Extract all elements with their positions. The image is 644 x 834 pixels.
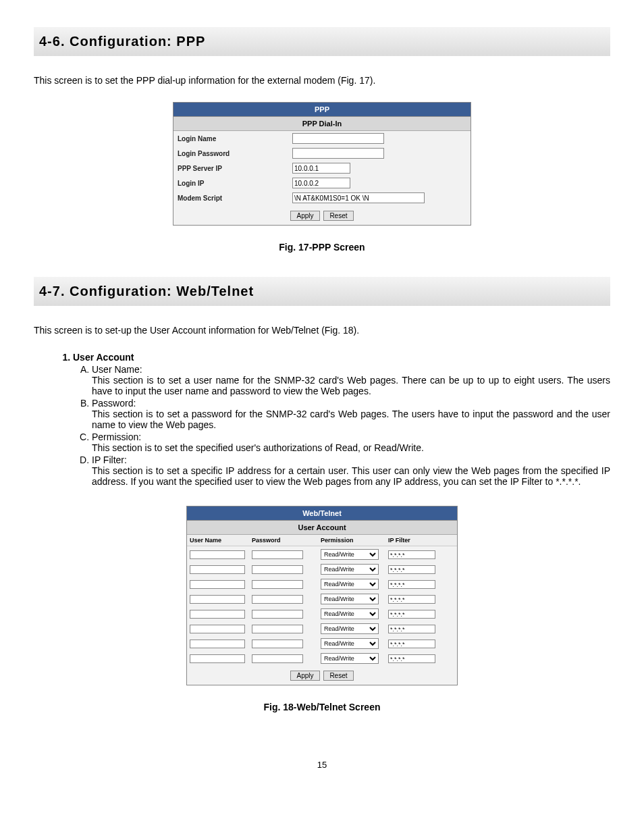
item-permission-label: Permission:	[92, 432, 141, 442]
ppp-reset-button[interactable]: Reset	[323, 211, 353, 221]
row-permission-select[interactable]: Read/Write	[321, 579, 379, 590]
row-user-input[interactable]	[190, 640, 245, 648]
row-user-input[interactable]	[190, 595, 245, 604]
label-login-name: Login Name	[178, 135, 292, 142]
item-ip-filter-label: IP Filter:	[92, 454, 127, 465]
item-permission: Permission: This section is to set the s…	[92, 432, 610, 453]
row-password-input[interactable]	[252, 625, 303, 633]
label-modem-script: Modem Script	[178, 194, 292, 202]
row-password-input[interactable]	[252, 640, 303, 648]
row-ipfilter-input[interactable]	[388, 550, 435, 559]
table-row: Read/Write	[187, 606, 457, 621]
row-ipfilter-input[interactable]	[388, 580, 435, 589]
col-permission: Permission	[321, 537, 388, 544]
row-permission-select[interactable]: Read/Write	[321, 638, 379, 649]
webtelnet-apply-button[interactable]: Apply	[290, 671, 319, 681]
webtelnet-panel: Web/Telnet User Account User Name Passwo…	[186, 506, 458, 685]
row-user-input[interactable]	[190, 580, 245, 589]
row-password-input[interactable]	[252, 565, 303, 574]
ppp-panel-title: PPP	[173, 103, 471, 117]
user-account-list: User Account User Name: This section is …	[34, 352, 610, 487]
table-row: Read/Write	[187, 561, 457, 576]
table-row: Read/Write	[187, 621, 457, 635]
input-modem-script[interactable]	[292, 192, 425, 203]
label-login-password: Login Password	[178, 150, 292, 157]
item-password-label: Password:	[92, 398, 136, 409]
item-password: Password: This section is to set a passw…	[92, 398, 610, 430]
row-user-input[interactable]	[190, 550, 245, 559]
ppp-panel-subtitle: PPP Dial-In	[173, 117, 471, 131]
item-ip-filter: IP Filter: This section is to set a spec…	[92, 454, 610, 487]
item-user-name-body: This section is to set a user name for t…	[92, 375, 610, 396]
webtelnet-panel-buttons: Apply Reset	[187, 665, 457, 685]
item-password-body: This section is to set a password for th…	[92, 409, 610, 430]
col-user-name: User Name	[190, 537, 252, 544]
fig-17-caption: Fig. 17-PPP Screen	[34, 242, 610, 253]
input-login-password[interactable]	[292, 148, 384, 159]
col-password: Password	[252, 537, 321, 544]
row-password-input[interactable]	[252, 610, 303, 619]
webtelnet-table-head: User Name Password Permission IP Filter	[187, 535, 457, 546]
list-head-user-account: User Account	[73, 352, 134, 363]
section-4-6-heading: 4-6. Configuration: PPP	[34, 27, 610, 56]
section-4-7-intro: This screen is to set-up the User Accoun…	[34, 325, 610, 336]
row-user-input[interactable]	[190, 565, 245, 574]
row-ipfilter-input[interactable]	[388, 654, 435, 663]
page-number: 15	[34, 760, 610, 770]
row-login-password: Login Password	[173, 146, 471, 161]
table-row: Read/Write	[187, 576, 457, 591]
input-ppp-server-ip[interactable]	[292, 163, 350, 174]
webtelnet-reset-button[interactable]: Reset	[323, 671, 353, 681]
ppp-panel: PPP PPP Dial-In Login Name Login Passwor…	[173, 102, 471, 226]
item-user-name: User Name: This section is to set a user…	[92, 364, 610, 396]
row-login-ip: Login IP	[173, 176, 471, 190]
row-user-input[interactable]	[190, 654, 245, 663]
row-permission-select[interactable]: Read/Write	[321, 564, 379, 575]
row-permission-select[interactable]: Read/Write	[321, 623, 379, 634]
item-user-name-label: User Name:	[92, 364, 142, 375]
ppp-apply-button[interactable]: Apply	[290, 211, 319, 221]
col-ip-filter: IP Filter	[388, 537, 449, 544]
label-login-ip: Login IP	[178, 180, 292, 187]
row-permission-select[interactable]: Read/Write	[321, 549, 379, 560]
row-password-input[interactable]	[252, 550, 303, 559]
input-login-name[interactable]	[292, 133, 384, 144]
row-permission-select[interactable]: Read/Write	[321, 594, 379, 604]
row-user-input[interactable]	[190, 625, 245, 633]
row-permission-select[interactable]: Read/Write	[321, 608, 379, 619]
row-password-input[interactable]	[252, 580, 303, 589]
row-ipfilter-input[interactable]	[388, 625, 435, 633]
row-permission-select[interactable]: Read/Write	[321, 653, 379, 664]
row-ipfilter-input[interactable]	[388, 595, 435, 604]
table-row: Read/Write	[187, 635, 457, 650]
table-row: Read/Write	[187, 650, 457, 665]
section-4-7-heading: 4-7. Configuration: Web/Telnet	[34, 277, 610, 306]
table-row: Read/Write	[187, 591, 457, 606]
item-ip-filter-body: This section is to set a specific IP add…	[92, 465, 610, 487]
row-ipfilter-input[interactable]	[388, 565, 435, 574]
row-ppp-server-ip: PPP Server IP	[173, 161, 471, 176]
table-row: Read/Write	[187, 546, 457, 561]
row-login-name: Login Name	[173, 131, 471, 146]
row-modem-script: Modem Script	[173, 190, 471, 205]
fig-18-caption: Fig. 18-Web/Telnet Screen	[34, 702, 610, 712]
item-permission-body: This section is to set the specified use…	[92, 442, 610, 453]
ppp-panel-buttons: Apply Reset	[173, 205, 471, 225]
webtelnet-panel-title: Web/Telnet	[187, 506, 457, 521]
row-password-input[interactable]	[252, 654, 303, 663]
row-user-input[interactable]	[190, 610, 245, 619]
section-4-6-intro: This screen is to set the PPP dial-up in…	[34, 75, 610, 86]
row-password-input[interactable]	[252, 595, 303, 604]
label-ppp-server-ip: PPP Server IP	[178, 165, 292, 172]
webtelnet-panel-subtitle: User Account	[187, 521, 457, 535]
row-ipfilter-input[interactable]	[388, 640, 435, 648]
input-login-ip[interactable]	[292, 178, 350, 188]
row-ipfilter-input[interactable]	[388, 610, 435, 619]
